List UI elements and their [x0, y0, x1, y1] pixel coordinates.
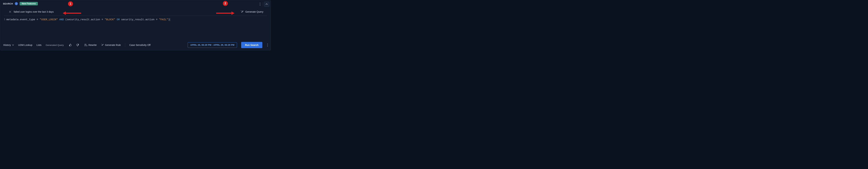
history-button[interactable]: History [3, 44, 14, 46]
code-area[interactable]: metadata.event_type = "USER_LOGIN" AND (… [6, 18, 269, 40]
clear-input-icon[interactable] [9, 10, 14, 14]
generate-query-button[interactable]: Generate Query [238, 10, 266, 13]
more-actions-icon[interactable] [267, 43, 268, 47]
more-menu-icon[interactable] [258, 2, 262, 6]
search-title: SEARCH [3, 2, 13, 5]
case-sensitivity-toggle[interactable]: Case Sensitivity Off [129, 44, 151, 46]
chevron-down-icon [12, 44, 14, 46]
generate-query-label: Generate Query [245, 10, 264, 13]
svg-point-0 [260, 3, 260, 3]
natural-language-input[interactable] [14, 9, 238, 14]
annotation-badge-1: 1 [68, 1, 73, 6]
history-label: History [3, 44, 11, 46]
search-panel: SEARCH i New Features 1 2 [0, 0, 271, 50]
generated-query-label: Generated Query [45, 44, 64, 46]
panel-header: SEARCH i New Features [1, 1, 271, 7]
rewrite-icon [84, 44, 87, 46]
sparkle-pen-icon [101, 43, 104, 47]
svg-point-1 [260, 4, 260, 4]
query-editor[interactable]: 1 metadata.event_type = "USER_LOGIN" AND… [3, 18, 269, 40]
text-cursor [170, 18, 170, 21]
svg-point-4 [267, 45, 268, 45]
generate-rule-label: Generate Rule [105, 44, 121, 46]
svg-point-5 [267, 46, 268, 46]
sparkle-pen-icon [241, 10, 244, 13]
rewrite-button[interactable]: Rewrite [84, 44, 96, 46]
divider [263, 2, 263, 7]
time-range-picker[interactable]: APRIL 26, 06:29 PM - APRIL 29, 06:29 PM [188, 42, 237, 48]
info-icon[interactable]: i [15, 2, 18, 5]
svg-point-3 [267, 43, 268, 44]
footer-bar: History UDM Lookup Lists Generated Query… [1, 40, 271, 50]
thumbs-down-icon[interactable] [75, 43, 80, 47]
annotation-badge-2: 2 [223, 1, 228, 6]
collapse-button[interactable] [264, 2, 269, 7]
run-search-button[interactable]: Run Search [241, 42, 262, 48]
natural-language-row: Generate Query [4, 8, 267, 16]
svg-point-2 [260, 5, 260, 5]
thumbs-up-icon[interactable] [68, 43, 73, 47]
line-number: 1 [3, 18, 5, 20]
generate-rule-button[interactable]: Generate Rule [101, 43, 121, 47]
header-actions [258, 2, 269, 7]
udm-lookup-button[interactable]: UDM Lookup [18, 44, 32, 46]
rewrite-label: Rewrite [88, 44, 96, 46]
lists-button[interactable]: Lists [36, 44, 41, 46]
line-gutter: 1 [3, 18, 6, 40]
new-features-badge[interactable]: New Features [20, 2, 38, 5]
